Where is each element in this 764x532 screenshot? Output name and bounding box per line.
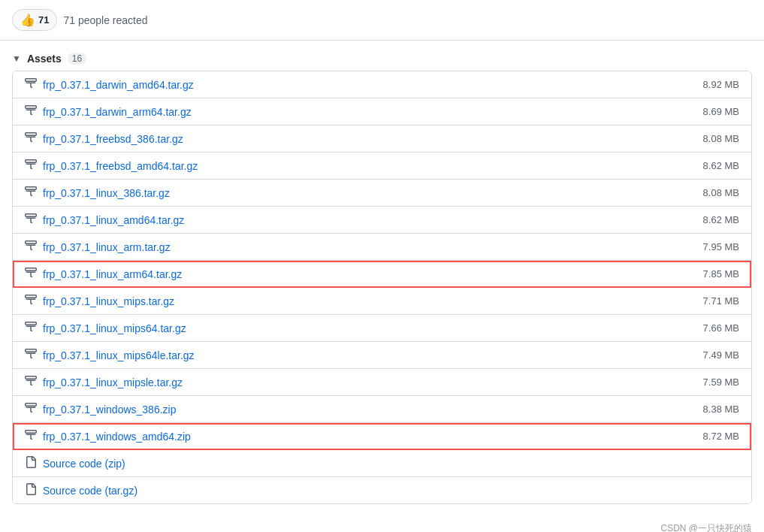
reactions-bar: 👍 71 71 people reacted <box>0 0 764 41</box>
archive-icon <box>25 131 37 146</box>
asset-link[interactable]: frp_0.37.1_windows_amd64.zip <box>43 431 191 443</box>
asset-size: 8.72 MB <box>703 431 739 442</box>
assets-section: ▼ Assets 16 frp_0.37.1_darwin_amd64.tar.… <box>0 41 764 516</box>
list-item: frp_0.37.1_linux_386.tar.gz8.08 MB <box>13 180 751 207</box>
asset-link[interactable]: frp_0.37.1_linux_mipsle.tar.gz <box>43 376 183 388</box>
list-item: frp_0.37.1_windows_amd64.zip8.72 MB <box>13 423 751 450</box>
reactions-label: 71 people reacted <box>63 14 147 26</box>
asset-link[interactable]: frp_0.37.1_linux_386.tar.gz <box>43 187 170 199</box>
asset-link[interactable]: frp_0.37.1_darwin_arm64.tar.gz <box>43 106 192 118</box>
asset-link[interactable]: frp_0.37.1_freebsd_386.tar.gz <box>43 133 183 145</box>
source-code-icon <box>25 483 37 497</box>
asset-left: frp_0.37.1_linux_mips64.tar.gz <box>25 321 186 335</box>
asset-link[interactable]: frp_0.37.1_linux_mips.tar.gz <box>43 295 174 307</box>
asset-link[interactable]: Source code (tar.gz) <box>43 485 137 497</box>
asset-link[interactable]: frp_0.37.1_windows_386.zip <box>43 404 176 416</box>
list-item: frp_0.37.1_freebsd_386.tar.gz8.08 MB <box>13 125 751 153</box>
assets-title: Assets <box>27 53 62 65</box>
assets-count: 16 <box>68 53 86 65</box>
watermark: CSDN @一只快死的猿 <box>0 516 764 532</box>
thumbs-up-emoji: 👍 <box>20 13 35 27</box>
chevron-down-icon: ▼ <box>12 53 21 64</box>
list-item: frp_0.37.1_freebsd_amd64.tar.gz8.62 MB <box>13 153 751 180</box>
asset-link[interactable]: frp_0.37.1_darwin_amd64.tar.gz <box>43 79 194 91</box>
asset-left: frp_0.37.1_linux_mips64le.tar.gz <box>25 348 195 362</box>
reaction-count: 71 <box>38 14 49 26</box>
asset-left: Source code (tar.gz) <box>25 483 137 497</box>
asset-list: frp_0.37.1_darwin_amd64.tar.gz8.92 MB fr… <box>12 71 752 504</box>
asset-size: 8.38 MB <box>703 404 739 415</box>
list-item: frp_0.37.1_linux_amd64.tar.gz8.62 MB <box>13 207 751 234</box>
list-item: frp_0.37.1_linux_mips64.tar.gz7.66 MB <box>13 315 751 342</box>
list-item: frp_0.37.1_linux_arm64.tar.gz7.85 MB <box>13 261 751 288</box>
list-item: frp_0.37.1_linux_mipsle.tar.gz7.59 MB <box>13 369 751 396</box>
archive-icon <box>25 77 37 92</box>
asset-size: 8.08 MB <box>703 133 739 144</box>
archive-icon <box>25 240 37 254</box>
list-item: Source code (tar.gz) <box>13 477 751 503</box>
asset-size: 7.66 MB <box>703 322 739 334</box>
list-item: Source code (zip) <box>13 450 751 477</box>
asset-size: 7.85 MB <box>703 268 739 280</box>
archive-icon <box>25 294 37 308</box>
asset-left: frp_0.37.1_linux_arm64.tar.gz <box>25 267 182 281</box>
archive-icon <box>25 429 37 443</box>
asset-size: 7.59 MB <box>703 376 739 388</box>
asset-left: Source code (zip) <box>25 456 125 470</box>
asset-link[interactable]: frp_0.37.1_freebsd_amd64.tar.gz <box>43 160 198 172</box>
list-item: frp_0.37.1_linux_arm.tar.gz7.95 MB <box>13 234 751 261</box>
asset-size: 8.92 MB <box>703 79 739 90</box>
asset-link[interactable]: frp_0.37.1_linux_amd64.tar.gz <box>43 214 184 226</box>
asset-size: 8.69 MB <box>703 106 739 117</box>
asset-left: frp_0.37.1_darwin_arm64.tar.gz <box>25 104 192 119</box>
list-item: frp_0.37.1_darwin_amd64.tar.gz8.92 MB <box>13 71 751 98</box>
asset-size: 8.62 MB <box>703 214 739 225</box>
asset-left: frp_0.37.1_windows_amd64.zip <box>25 429 191 443</box>
asset-link[interactable]: frp_0.37.1_linux_arm64.tar.gz <box>43 268 182 280</box>
archive-icon <box>25 213 37 227</box>
list-item: frp_0.37.1_linux_mips64le.tar.gz7.49 MB <box>13 342 751 369</box>
thumbs-up-reaction[interactable]: 👍 71 <box>12 9 57 31</box>
asset-size: 8.08 MB <box>703 187 739 198</box>
asset-size: 8.62 MB <box>703 160 739 171</box>
archive-icon <box>25 159 37 173</box>
asset-left: frp_0.37.1_linux_mips.tar.gz <box>25 294 174 308</box>
archive-icon <box>25 321 37 335</box>
asset-left: frp_0.37.1_linux_amd64.tar.gz <box>25 213 184 227</box>
asset-link[interactable]: frp_0.37.1_linux_mips64.tar.gz <box>43 322 186 334</box>
asset-size: 7.95 MB <box>703 241 739 252</box>
assets-header: ▼ Assets 16 <box>12 53 752 65</box>
asset-left: frp_0.37.1_linux_386.tar.gz <box>25 186 170 200</box>
asset-left: frp_0.37.1_linux_arm.tar.gz <box>25 240 171 254</box>
list-item: frp_0.37.1_linux_mips.tar.gz7.71 MB <box>13 288 751 315</box>
archive-icon <box>25 348 37 362</box>
asset-link[interactable]: Source code (zip) <box>43 458 125 470</box>
asset-left: frp_0.37.1_freebsd_386.tar.gz <box>25 131 183 146</box>
assets-toggle-button[interactable]: ▼ <box>12 53 21 64</box>
archive-icon <box>25 186 37 200</box>
list-item: frp_0.37.1_windows_386.zip8.38 MB <box>13 396 751 423</box>
asset-left: frp_0.37.1_linux_mipsle.tar.gz <box>25 375 183 389</box>
asset-left: frp_0.37.1_darwin_amd64.tar.gz <box>25 77 194 92</box>
archive-icon <box>25 267 37 281</box>
asset-link[interactable]: frp_0.37.1_linux_mips64le.tar.gz <box>43 349 195 361</box>
asset-size: 7.71 MB <box>703 295 739 307</box>
archive-icon <box>25 402 37 416</box>
asset-left: frp_0.37.1_windows_386.zip <box>25 402 176 416</box>
asset-left: frp_0.37.1_freebsd_amd64.tar.gz <box>25 159 198 173</box>
asset-size: 7.49 MB <box>703 349 739 361</box>
source-code-icon <box>25 456 37 470</box>
list-item: frp_0.37.1_darwin_arm64.tar.gz8.69 MB <box>13 98 751 125</box>
archive-icon <box>25 375 37 389</box>
archive-icon <box>25 104 37 119</box>
asset-link[interactable]: frp_0.37.1_linux_arm.tar.gz <box>43 241 171 253</box>
